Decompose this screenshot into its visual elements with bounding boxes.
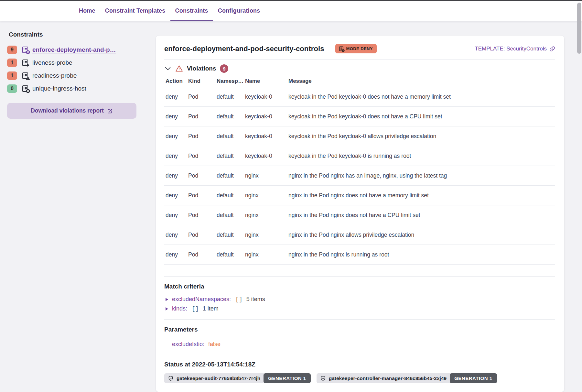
violation-cell: nginx in the Pod nginx has an image, ngi…	[288, 172, 555, 179]
mode-badge-label: MODE DENY	[346, 46, 373, 51]
violation-cell: nginx in the Pod nginx is running as roo…	[288, 251, 555, 258]
external-link-icon	[107, 108, 113, 114]
violation-cell: deny	[166, 172, 188, 179]
column-header-namespace: Namesp…	[217, 78, 245, 84]
page-body: Constraints 9 enforce-deployment-and-p… …	[0, 21, 582, 392]
sidebar-item-readiness-probe[interactable]: 1 readiness-probe	[7, 69, 156, 82]
constraint-link-label: unique-ingress-host	[32, 85, 86, 92]
violation-row: denyPoddefaultkeycloak-0keycloak in the …	[164, 126, 555, 146]
violation-cell: default	[217, 232, 245, 238]
match-brackets: []	[235, 296, 242, 303]
violations-title: Violations	[187, 65, 216, 72]
violation-cell: keycloak-0	[245, 133, 288, 140]
spacer	[164, 265, 555, 276]
match-criteria-kinds[interactable]: kinds: [] 1 item	[164, 304, 555, 313]
section-divider	[164, 319, 555, 320]
violation-cell: deny	[166, 251, 188, 258]
constraint-title: enforce-deployment-and-pod-security-cont…	[164, 45, 324, 53]
nav-item-constraint-templates[interactable]: Constraint Templates	[100, 1, 170, 21]
match-brackets: []	[192, 306, 199, 312]
violation-cell: Pod	[188, 212, 217, 219]
generation-pill: GENERATION 1	[450, 373, 497, 383]
constraint-link-label: readiness-probe	[32, 72, 77, 79]
parameter-exclude-istio: excludeIstio: false	[172, 341, 555, 355]
violation-cell: Pod	[188, 93, 217, 100]
expand-triangle-icon[interactable]	[166, 307, 168, 310]
violations-table-header: Action Kind Namesp… Name Message	[164, 75, 555, 87]
parameter-value: false	[208, 341, 221, 348]
violation-cell: keycloak-0	[245, 153, 288, 159]
pod-name-pill: gatekeeper-audit-77658b8b47-7r4jh	[164, 373, 265, 383]
warning-triangle-icon	[175, 65, 183, 72]
match-criteria-title: Match criteria	[164, 283, 555, 290]
match-item-count: 5 items	[246, 296, 265, 303]
violation-cell: keycloak in the Pod keycloak-0 allows pr…	[288, 133, 555, 140]
violation-cell: Pod	[188, 172, 217, 179]
violation-cell: nginx	[245, 251, 288, 258]
violations-count-badge: 9	[220, 64, 228, 73]
violation-cell: default	[217, 113, 245, 120]
constraint-link-label: liveness-probe	[32, 59, 72, 66]
status-title: Status at 2022-05-13T14:54:18Z	[164, 361, 555, 368]
violation-cell: Pod	[188, 232, 217, 238]
constraint-detail-card: enforce-deployment-and-pod-security-cont…	[156, 36, 564, 392]
column-header-kind: Kind	[188, 78, 217, 84]
template-link[interactable]: TEMPLATE: SecurityControls	[475, 46, 555, 52]
violation-cell: default	[217, 192, 245, 199]
sidebar-item-enforce-deployment[interactable]: 9 enforce-deployment-and-p…	[7, 43, 156, 56]
nav-item-home[interactable]: Home	[74, 1, 100, 21]
match-item-count: 1 item	[203, 305, 219, 312]
sidebar-item-liveness-probe[interactable]: 1 liveness-probe	[7, 56, 156, 69]
violation-cell: default	[217, 153, 245, 159]
violations-table-body: denyPoddefaultkeycloak-0keycloak in the …	[164, 87, 555, 265]
expand-triangle-icon[interactable]	[166, 298, 168, 301]
violation-cell: default	[217, 172, 245, 179]
match-criteria-entries: excludedNamespaces: [] 5 items kinds: []…	[164, 295, 555, 319]
violation-cell: nginx	[245, 232, 288, 238]
parameter-key: excludeIstio:	[172, 341, 204, 348]
violation-cell: deny	[166, 153, 188, 159]
shield-check-icon	[168, 376, 174, 381]
chevron-down-icon[interactable]	[164, 65, 171, 72]
match-key: excludedNamespaces:	[172, 296, 231, 303]
match-key: kinds:	[172, 305, 187, 312]
violations-table: Action Kind Namesp… Name Message denyPod…	[164, 75, 555, 265]
violation-cell: deny	[166, 192, 188, 199]
violation-cell: deny	[166, 232, 188, 238]
download-button-label: Download violations report	[31, 107, 104, 114]
violation-row: denyPoddefaultnginxnginx in the Pod ngin…	[164, 186, 555, 205]
match-criteria-excluded-namespaces[interactable]: excludedNamespaces: [] 5 items	[164, 295, 555, 304]
generation-pill: GENERATION 1	[264, 373, 310, 383]
violation-row: denyPoddefaultnginxnginx in the Pod ngin…	[164, 225, 555, 245]
violation-cell: keycloak-0	[245, 93, 288, 100]
violation-cell: Pod	[188, 153, 217, 159]
link-icon	[549, 46, 555, 52]
nav-item-configurations[interactable]: Configurations	[213, 1, 265, 21]
violation-cell: Pod	[188, 192, 217, 199]
violations-section-header[interactable]: Violations 9	[164, 64, 555, 73]
pod-badge-gatekeeper-controller-manager: gatekeeper-controller-manager-846c856b45…	[317, 373, 497, 383]
vertical-scrollbar-thumb[interactable]	[577, 3, 581, 54]
top-navigation: Home Constraint Templates Constraints Co…	[0, 1, 582, 21]
violation-cell: keycloak in the Pod keycloak-0 does not …	[288, 113, 555, 120]
column-header-name: Name	[245, 78, 288, 84]
document-deny-icon	[339, 46, 344, 51]
violation-count-badge: 1	[7, 71, 17, 80]
violation-cell: Pod	[188, 133, 217, 140]
violation-cell: deny	[166, 212, 188, 219]
violation-cell: default	[217, 212, 245, 219]
violation-cell: nginx	[245, 172, 288, 179]
violation-cell: nginx in the Pod nginx does not have a m…	[288, 192, 555, 199]
pod-name: gatekeeper-audit-77658b8b47-7r4jh	[177, 376, 260, 381]
violation-cell: default	[217, 133, 245, 140]
nav-item-constraints[interactable]: Constraints	[170, 1, 213, 21]
sidebar-item-unique-ingress-host[interactable]: 0 unique-ingress-host	[7, 82, 156, 95]
violation-row: denyPoddefaultnginxnginx in the Pod ngin…	[164, 166, 555, 186]
document-warn-icon	[21, 72, 29, 80]
violation-row: denyPoddefaultnginxnginx in the Pod ngin…	[164, 205, 555, 225]
card-header: enforce-deployment-and-pod-security-cont…	[164, 44, 555, 53]
section-divider	[164, 355, 555, 355]
column-header-action: Action	[166, 78, 188, 84]
violation-cell: default	[217, 93, 245, 100]
download-violations-report-button[interactable]: Download violations report	[7, 103, 136, 119]
